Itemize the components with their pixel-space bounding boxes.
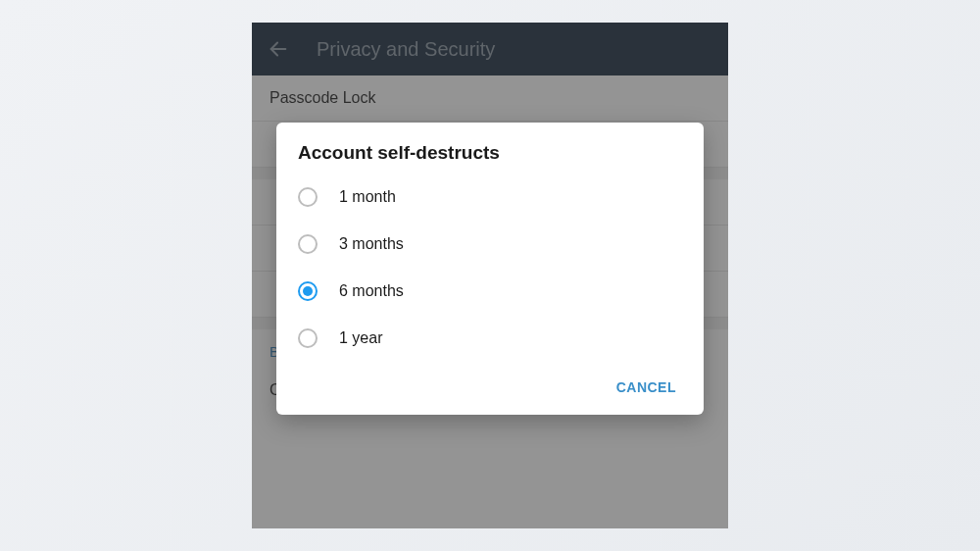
dialog-title: Account self-destructs bbox=[276, 142, 704, 174]
self-destruct-dialog: Account self-destructs 1 month 3 months … bbox=[276, 123, 704, 415]
radio-label: 6 months bbox=[339, 282, 404, 300]
cancel-button[interactable]: CANCEL bbox=[605, 372, 688, 403]
radio-option-1-year[interactable]: 1 year bbox=[276, 315, 704, 362]
radio-label: 1 month bbox=[339, 188, 396, 206]
radio-icon bbox=[298, 328, 318, 348]
radio-label: 1 year bbox=[339, 329, 382, 347]
radio-icon-selected bbox=[298, 281, 318, 301]
radio-icon bbox=[298, 234, 318, 254]
radio-option-3-months[interactable]: 3 months bbox=[276, 221, 704, 268]
radio-option-6-months[interactable]: 6 months bbox=[276, 268, 704, 315]
dialog-actions: CANCEL bbox=[276, 362, 704, 407]
radio-icon bbox=[298, 187, 318, 207]
radio-label: 3 months bbox=[339, 235, 404, 253]
radio-option-1-month[interactable]: 1 month bbox=[276, 174, 704, 221]
app-screen: Privacy and Security Passcode Lock Bots … bbox=[252, 23, 728, 528]
